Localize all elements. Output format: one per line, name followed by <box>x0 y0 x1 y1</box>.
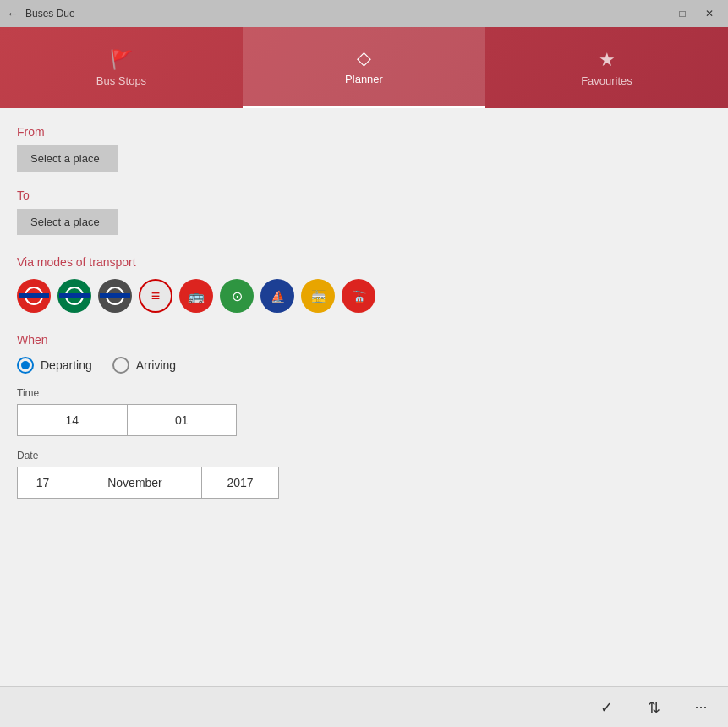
tab-planner-label: Planner <box>345 73 383 85</box>
transport-bus[interactable]: 🚌 <box>179 279 213 313</box>
to-select-button[interactable]: Select a place <box>17 209 118 235</box>
transport-tube-3[interactable] <box>98 279 132 313</box>
title-bar: ← Buses Due — □ ✕ <box>0 0 728 27</box>
svg-rect-2 <box>19 293 49 298</box>
date-label: Date <box>17 450 711 462</box>
svg-rect-8 <box>100 293 130 298</box>
time-label: Time <box>17 387 711 399</box>
main-content: From Select a place To Select a place Vi… <box>0 108 728 686</box>
more-icon[interactable]: ··· <box>687 694 714 721</box>
transport-tram[interactable]: 🚋 <box>301 279 335 313</box>
date-month[interactable]: November <box>68 467 202 498</box>
tab-planner[interactable]: ◇ Planner <box>243 27 485 108</box>
from-section: From Select a place <box>17 125 711 172</box>
departing-radio[interactable] <box>17 357 34 374</box>
favourites-icon: ★ <box>599 49 616 71</box>
radio-group: Departing Arriving <box>17 357 711 374</box>
app-title: Buses Due <box>25 8 75 19</box>
transport-tube-1[interactable] <box>17 279 51 313</box>
from-select-button[interactable]: Select a place <box>17 145 118 172</box>
when-label: When <box>17 333 711 347</box>
svg-text:🚋: 🚋 <box>311 290 326 304</box>
via-label: Via modes of transport <box>17 255 711 269</box>
via-section: Via modes of transport <box>17 255 711 313</box>
tab-favourites-label: Favourites <box>581 74 632 87</box>
sort-icon[interactable]: ⇅ <box>640 694 667 721</box>
arriving-radio[interactable] <box>112 357 129 374</box>
bus-stops-icon: 🚩 <box>110 49 133 71</box>
arriving-option[interactable]: Arriving <box>112 357 176 374</box>
title-bar-left: ← Buses Due <box>7 7 75 20</box>
date-day[interactable]: 17 <box>18 467 68 498</box>
date-picker[interactable]: 17 November 2017 <box>17 467 279 499</box>
svg-text:🚌: 🚌 <box>188 288 205 304</box>
maximize-button[interactable]: □ <box>671 5 694 22</box>
bottom-bar: ✓ ⇅ ··· <box>0 686 728 727</box>
to-label: To <box>17 189 711 202</box>
tab-favourites[interactable]: ★ Favourites <box>485 27 728 108</box>
transport-overground[interactable]: ⊙ <box>220 279 254 313</box>
date-year[interactable]: 2017 <box>202 467 278 498</box>
from-label: From <box>17 125 711 139</box>
to-section: To Select a place <box>17 189 711 235</box>
departing-label: Departing <box>41 358 92 372</box>
transport-cable-car[interactable]: 🚡 <box>342 279 375 313</box>
title-bar-controls: — □ ✕ <box>643 5 721 22</box>
time-minute[interactable]: 01 <box>128 405 237 435</box>
transport-river[interactable]: ⛵ <box>260 279 294 313</box>
svg-text:≡: ≡ <box>151 287 161 304</box>
arriving-label: Arriving <box>136 358 176 372</box>
check-icon[interactable]: ✓ <box>593 694 620 721</box>
close-button[interactable]: ✕ <box>698 5 721 22</box>
transport-rail[interactable]: ≡ <box>139 279 172 313</box>
when-section: When Departing Arriving Time 14 01 Date … <box>17 333 711 499</box>
minimize-button[interactable]: — <box>643 5 667 22</box>
svg-text:⛵: ⛵ <box>271 290 286 304</box>
back-arrow[interactable]: ← <box>7 7 19 20</box>
time-hour[interactable]: 14 <box>18 405 128 435</box>
tab-bus-stops[interactable]: 🚩 Bus Stops <box>0 27 243 108</box>
transport-icons: ≡ 🚌 ⊙ ⛵ <box>17 279 711 313</box>
tab-bus-stops-label: Bus Stops <box>96 74 146 87</box>
planner-icon: ◇ <box>357 47 371 69</box>
departing-option[interactable]: Departing <box>17 357 92 374</box>
time-picker[interactable]: 14 01 <box>17 404 237 436</box>
transport-tube-2[interactable] <box>57 279 91 313</box>
svg-text:⊙: ⊙ <box>232 289 243 303</box>
svg-rect-5 <box>59 293 90 298</box>
tab-bar: 🚩 Bus Stops ◇ Planner ★ Favourites <box>0 27 728 108</box>
svg-text:🚡: 🚡 <box>352 290 367 304</box>
